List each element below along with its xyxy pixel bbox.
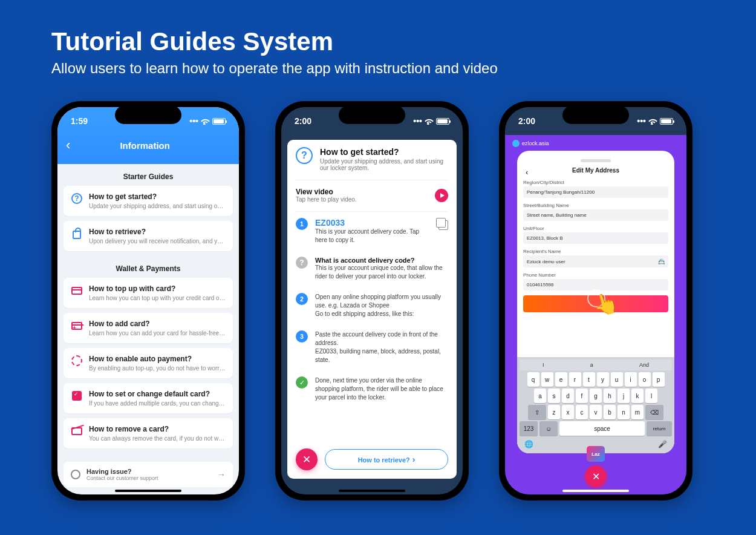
demo-inner-phone: ‹ Edit My Address Region/City/DistrictPe…: [517, 151, 674, 453]
guide-add-card[interactable]: How to add card?Learn how you can add yo…: [64, 313, 233, 343]
card-desc: Upon delivery you will receive notificat…: [89, 238, 226, 245]
field-label: Unit/Floor: [523, 226, 668, 231]
key-g[interactable]: g: [590, 389, 602, 403]
globe-icon[interactable]: 🌐: [524, 440, 533, 448]
backspace-key[interactable]: ⌫: [645, 405, 663, 419]
back-button[interactable]: ‹: [66, 137, 70, 153]
region-field[interactable]: Penang/Tanjong Bungah/11200: [523, 186, 668, 198]
key-c[interactable]: c: [576, 405, 588, 419]
view-video-row[interactable]: View video Tap here to play video.: [296, 180, 448, 212]
return-key[interactable]: return: [647, 421, 672, 436]
unit-field[interactable]: EZ0013, Block B: [523, 232, 668, 244]
headset-icon: [71, 470, 80, 479]
wifi-icon: [425, 118, 434, 125]
key-v[interactable]: v: [590, 405, 602, 419]
key-i[interactable]: i: [625, 372, 637, 387]
status-time: 2:00: [518, 116, 535, 126]
key-d[interactable]: d: [562, 389, 574, 403]
card-title: How to set or change default card?: [89, 390, 226, 398]
guide-get-started[interactable]: ? How to get started?Update your shippin…: [64, 186, 233, 216]
close-button[interactable]: [296, 448, 318, 470]
field-label: Phone Number: [523, 272, 668, 278]
delivery-code: EZ0033: [315, 218, 431, 228]
card-desc: By enabling auto top-up, you do not have…: [89, 365, 226, 372]
lock-icon: [73, 231, 81, 239]
card-slash-icon: [71, 427, 82, 435]
key-m[interactable]: m: [631, 405, 644, 419]
key-s[interactable]: s: [548, 389, 560, 403]
space-key[interactable]: space: [559, 421, 645, 436]
key-q[interactable]: q: [527, 372, 539, 387]
inner-back-button[interactable]: ‹: [526, 168, 528, 177]
key-o[interactable]: o: [639, 372, 651, 387]
card-desc: Learn how you can add your card for hass…: [89, 330, 226, 336]
key-r[interactable]: r: [569, 372, 581, 387]
copy-icon[interactable]: [438, 220, 448, 230]
step-1[interactable]: 1 EZ0033 This is your account delivery c…: [296, 212, 448, 251]
check-icon: ✓: [296, 376, 308, 389]
card-title: How to remove a card?: [89, 425, 226, 433]
mic-icon[interactable]: 🎤: [658, 440, 667, 448]
step-text: Open any online shopping platform you us…: [315, 293, 448, 318]
shift-key[interactable]: ⇧: [528, 405, 546, 419]
play-icon[interactable]: [435, 189, 448, 202]
key-t[interactable]: t: [583, 372, 595, 387]
key-n[interactable]: n: [618, 405, 630, 419]
key-e[interactable]: e: [555, 372, 567, 387]
key-j[interactable]: j: [618, 389, 630, 403]
card-title: How to top up with card?: [89, 284, 226, 293]
phone-information: 1:59 ‹ Information Starter Guides ? How …: [51, 101, 245, 501]
tutorial-header: ? How to get started? Update your shippi…: [296, 147, 448, 180]
key-f[interactable]: f: [576, 389, 588, 403]
guide-retrieve[interactable]: How to retrieve?Upon delivery you will r…: [64, 221, 233, 251]
notch: [115, 106, 181, 124]
guide-default-card[interactable]: How to set or change default card?If you…: [64, 383, 233, 413]
step-2: 2 Open any online shopping platform you …: [296, 287, 448, 324]
guide-auto-payment[interactable]: How to enable auto payment?By enabling a…: [64, 348, 233, 378]
key-z[interactable]: z: [548, 405, 560, 419]
phone-video-demo: 2:00 ezlock.asia ‹ Edit My Address Regio…: [499, 101, 692, 501]
key-l[interactable]: l: [645, 389, 657, 403]
street-field[interactable]: Street name, Building name: [523, 209, 668, 221]
phones-container: 1:59 ‹ Information Starter Guides ? How …: [0, 77, 756, 525]
field-label: Region/City/District: [523, 180, 668, 185]
info-desc: This is your account unique code, that a…: [315, 264, 448, 281]
key-a[interactable]: a: [534, 389, 546, 403]
card-icon: [71, 287, 82, 295]
key-b[interactable]: b: [604, 405, 616, 419]
submit-button[interactable]: 👆: [523, 295, 668, 312]
step-number-icon: 2: [296, 293, 308, 305]
contacts-icon[interactable]: 📇: [658, 258, 665, 264]
key-y[interactable]: y: [597, 372, 609, 387]
keyboard-row: asdfghjkl: [520, 389, 672, 403]
suggestion[interactable]: I: [543, 362, 544, 368]
suggestion[interactable]: a: [590, 362, 593, 368]
suggestion[interactable]: And: [639, 362, 649, 368]
keyboard-suggestions[interactable]: I a And: [520, 359, 672, 370]
card-title: How to retrieve?: [89, 228, 226, 236]
emoji-key[interactable]: ☺: [539, 421, 558, 436]
key-p[interactable]: p: [653, 372, 665, 387]
step-done: ✓ Done, next time you order via the onli…: [296, 370, 448, 408]
key-k[interactable]: k: [631, 389, 644, 403]
check-icon: [72, 391, 82, 401]
guide-remove-card[interactable]: How to remove a card?You can always remo…: [64, 418, 233, 448]
name-field[interactable]: Ezlock demo user📇: [523, 255, 668, 268]
next-tutorial-button[interactable]: How to retrieve?: [325, 449, 448, 470]
key-x[interactable]: x: [562, 405, 574, 419]
step-text: Done, next time you order via the online…: [315, 376, 448, 402]
card-desc: Learn how you can top up with your credi…: [89, 295, 226, 301]
support-footer[interactable]: Having issue? Contact our customer suppo…: [64, 462, 233, 487]
battery-icon: [436, 118, 449, 125]
key-w[interactable]: w: [541, 372, 553, 387]
key-h[interactable]: h: [604, 389, 616, 403]
section-wallet-payments: Wallet & Payments: [64, 256, 233, 278]
key-u[interactable]: u: [611, 372, 623, 387]
wifi-icon: [648, 118, 657, 125]
close-button[interactable]: [585, 465, 607, 487]
card-plus-icon: [71, 322, 82, 330]
tutorial-desc: Update your shipping address, and start …: [320, 158, 448, 171]
guide-topup[interactable]: How to top up with card?Learn how you ca…: [64, 278, 233, 308]
tutorial-title: How to get started?: [320, 147, 448, 157]
numbers-key[interactable]: 123: [520, 421, 538, 436]
